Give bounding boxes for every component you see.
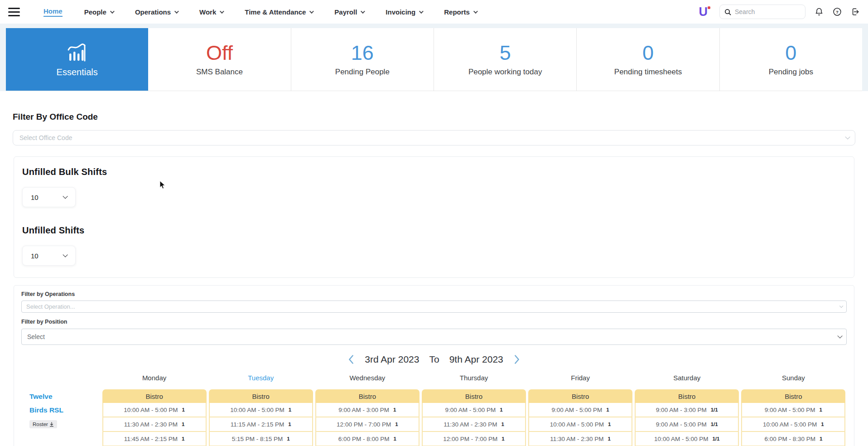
day-header-thursday[interactable]: Thursday bbox=[422, 374, 526, 386]
operations-select[interactable]: Select Operation... bbox=[21, 301, 847, 313]
roster-download-button[interactable]: Roster bbox=[29, 420, 57, 428]
day-header-tuesday[interactable]: Tuesday bbox=[209, 374, 313, 386]
operations-filter-label: Filter by Operations bbox=[21, 291, 847, 297]
main-nav: HomePeopleOperationsWorkTime & Attendanc… bbox=[43, 7, 477, 17]
shift-count: 1/1 bbox=[712, 436, 719, 441]
unfilled-pagesize-select[interactable]: 10 bbox=[22, 246, 76, 266]
day-column-tuesday: TuesdayBistro10:00 AM - 5:00 PM111:15 AM… bbox=[209, 374, 313, 446]
office-code-select[interactable]: Select Office Code bbox=[13, 130, 855, 145]
nav-item-home[interactable]: Home bbox=[43, 7, 63, 17]
shift-cell[interactable]: 11:15 AM - 2:15 PM1 bbox=[209, 417, 313, 432]
nav-item-payroll[interactable]: Payroll bbox=[334, 8, 364, 16]
shift-cell[interactable]: 11:30 AM - 2:30 PM1 bbox=[528, 432, 632, 446]
nav-item-invoicing[interactable]: Invoicing bbox=[386, 8, 422, 16]
venue-name-link[interactable]: Twelve bbox=[29, 393, 97, 400]
next-week-icon[interactable] bbox=[513, 354, 521, 364]
day-header-saturday[interactable]: Saturday bbox=[635, 374, 739, 386]
card-value: 16 bbox=[351, 43, 374, 63]
date-range-nav: 3rd Apr 2023 To 9th Apr 2023 bbox=[21, 354, 847, 365]
shift-cell[interactable]: 10:00 AM - 5:00 PM1 bbox=[102, 403, 207, 417]
shift-cell[interactable]: 6:00 PM - 8:30 PM1 bbox=[741, 432, 845, 446]
shift-count: 1 bbox=[182, 422, 184, 427]
day-columns: MondayBistro10:00 AM - 5:00 PM111:30 AM … bbox=[101, 374, 847, 446]
card-essentials[interactable]: Essentials bbox=[6, 28, 148, 91]
logout-icon[interactable] bbox=[851, 7, 860, 16]
shift-cell[interactable]: 11:30 AM - 2:30 PM1 bbox=[102, 417, 207, 432]
chevron-down-icon bbox=[220, 9, 224, 14]
chevron-down-icon bbox=[110, 9, 115, 14]
notifications-bell-icon[interactable] bbox=[815, 7, 824, 16]
bulk-pagesize-value: 10 bbox=[31, 194, 39, 201]
search-input[interactable] bbox=[735, 8, 800, 15]
shift-time: 9:00 AM - 5:00 PM bbox=[552, 407, 603, 413]
card-value: 0 bbox=[642, 43, 654, 63]
card-pending-jobs[interactable]: 0Pending jobs bbox=[720, 28, 862, 91]
shift-time: 5:15 PM - 8:15 PM bbox=[232, 436, 283, 442]
shift-cell[interactable]: 12:00 PM - 7:00 PM1 bbox=[422, 432, 526, 446]
shift-time: 10:00 AM - 5:00 PM bbox=[124, 407, 178, 413]
card-people-working-today[interactable]: 5People working today bbox=[434, 28, 577, 91]
main-content: Filter By Office Code Select Office Code… bbox=[0, 112, 868, 446]
day-header-monday[interactable]: Monday bbox=[102, 374, 207, 386]
shift-cell[interactable]: 9:00 AM - 5:00 PM1 bbox=[422, 403, 526, 417]
nav-item-label: Work bbox=[199, 8, 216, 16]
hamburger-menu-icon[interactable] bbox=[8, 8, 20, 16]
chevron-down-icon bbox=[63, 252, 68, 257]
prev-week-icon[interactable] bbox=[347, 354, 355, 364]
nav-item-label: Payroll bbox=[334, 8, 357, 16]
shift-cell[interactable]: 5:15 PM - 8:15 PM1 bbox=[209, 432, 313, 446]
position-select[interactable]: Select bbox=[21, 329, 847, 345]
shift-count: 1 bbox=[821, 422, 824, 427]
shift-count: 1/1 bbox=[711, 407, 718, 412]
shift-time: 10:00 AM - 5:00 PM bbox=[230, 407, 284, 413]
office-code-placeholder: Select Office Code bbox=[19, 134, 72, 141]
day-header-friday[interactable]: Friday bbox=[528, 374, 632, 386]
nav-item-operations[interactable]: Operations bbox=[135, 8, 178, 16]
shift-time: 11:30 AM - 2:30 PM bbox=[124, 421, 178, 428]
shift-cell[interactable]: 10:00 AM - 5:00 PM1 bbox=[741, 417, 845, 432]
nav-item-time-attendance[interactable]: Time & Attendance bbox=[245, 8, 313, 16]
shift-cell[interactable]: 9:00 AM - 5:00 PM1 bbox=[741, 403, 845, 417]
shift-cell[interactable]: 12:00 PM - 7:00 PM1 bbox=[315, 417, 420, 432]
shift-cell[interactable]: 10:00 AM - 5:00 PM1 bbox=[528, 417, 632, 432]
help-icon[interactable]: ? bbox=[833, 7, 842, 16]
card-pending-timesheets[interactable]: 0Pending timesheets bbox=[577, 28, 719, 91]
nav-item-work[interactable]: Work bbox=[199, 8, 223, 16]
search-box[interactable] bbox=[719, 5, 805, 19]
card-pending-people[interactable]: 16Pending People bbox=[291, 28, 434, 91]
shift-cell[interactable]: 6:00 PM - 8:00 PM1 bbox=[315, 432, 420, 446]
shift-cell[interactable]: 9:00 AM - 3:00 PM1/1 bbox=[635, 403, 739, 417]
chevron-down-icon bbox=[473, 9, 478, 14]
card-value: 5 bbox=[500, 43, 511, 63]
shift-cell[interactable]: 9:00 AM - 3:00 PM1 bbox=[315, 403, 420, 417]
shift-time: 12:00 PM - 7:00 PM bbox=[443, 436, 497, 442]
nav-item-reports[interactable]: Reports bbox=[444, 8, 477, 16]
shift-count: 1 bbox=[501, 422, 504, 427]
position-filter-label: Filter by Position bbox=[21, 319, 847, 325]
bulk-pagesize-select[interactable]: 10 bbox=[22, 187, 76, 207]
shift-count: 1 bbox=[502, 436, 504, 441]
area-header: Bistro bbox=[528, 389, 632, 403]
card-label: Pending jobs bbox=[769, 68, 813, 77]
shift-cell[interactable]: 10:00 AM - 5:00 PM1/1 bbox=[635, 432, 739, 446]
venue-name-link-2[interactable]: Birds RSL bbox=[29, 407, 97, 414]
nav-item-people[interactable]: People bbox=[84, 8, 113, 16]
chevron-down-icon bbox=[174, 9, 179, 14]
stat-cards-band: EssentialsOffSMS Balance16Pending People… bbox=[0, 24, 868, 91]
day-header-sunday[interactable]: Sunday bbox=[741, 374, 845, 386]
shift-cell[interactable]: 11:45 AM - 2:15 PM1 bbox=[102, 432, 207, 446]
shift-time: 9:00 AM - 5:00 PM bbox=[656, 421, 707, 428]
shift-count: 1 bbox=[182, 407, 185, 412]
card-label: SMS Balance bbox=[196, 68, 243, 77]
shift-time: 6:00 PM - 8:00 PM bbox=[338, 436, 390, 442]
card-sms-balance[interactable]: OffSMS Balance bbox=[148, 28, 291, 91]
shift-count: 1 bbox=[608, 436, 611, 441]
day-header-wednesday[interactable]: Wednesday bbox=[315, 374, 420, 386]
shift-time: 11:15 AM - 2:15 PM bbox=[231, 421, 284, 428]
shift-cell[interactable]: 10:00 AM - 5:00 PM1 bbox=[209, 403, 313, 417]
shift-cell[interactable]: 9:00 AM - 5:00 PM1 bbox=[528, 403, 632, 417]
shift-cell[interactable]: 11:30 AM - 2:30 PM1 bbox=[422, 417, 526, 432]
shift-time: 9:00 AM - 5:00 PM bbox=[765, 407, 815, 413]
day-column-saturday: SaturdayBistro9:00 AM - 3:00 PM1/19:00 A… bbox=[635, 374, 739, 446]
shift-cell[interactable]: 9:00 AM - 5:00 PM1/1 bbox=[635, 417, 739, 432]
